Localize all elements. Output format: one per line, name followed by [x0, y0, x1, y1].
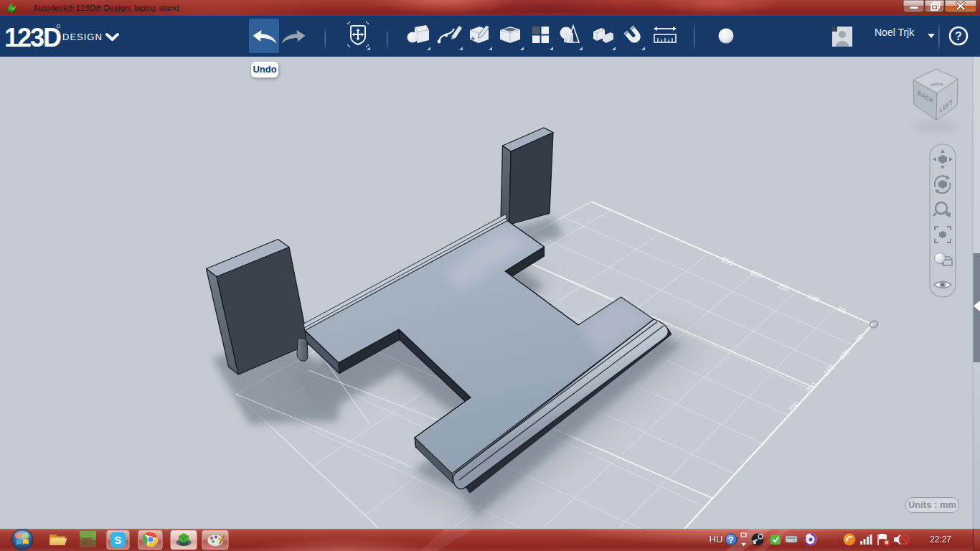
svg-text:100: 100	[806, 292, 821, 304]
svg-text:?: ?	[728, 535, 733, 545]
svg-text:TOP: TOP	[930, 82, 944, 86]
svg-text:150: 150	[822, 363, 837, 377]
svg-text:?: ?	[955, 30, 962, 42]
svg-text:200: 200	[804, 381, 819, 395]
svg-text:250: 250	[787, 400, 801, 414]
svg-text:S: S	[114, 534, 121, 546]
svg-text:200: 200	[749, 268, 763, 281]
svg-text:50: 50	[837, 305, 847, 316]
svg-text:150: 150	[776, 281, 791, 293]
svg-text:250: 250	[720, 255, 735, 268]
svg-text:Autodesk® 123D® Design: laptop: Autodesk® 123D® Design: laptop stand	[33, 4, 179, 12]
